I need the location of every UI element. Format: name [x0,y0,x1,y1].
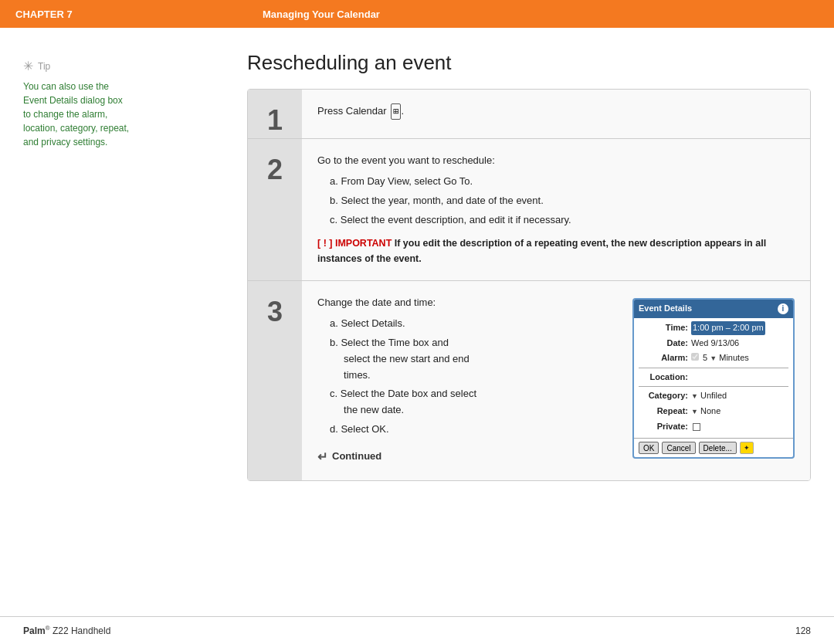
dialog-body: Time: 1:00 pm – 2:00 pm Date: Wed 9/13/0… [634,318,793,438]
palm-icon-button[interactable]: ✦ [740,442,754,454]
dialog-repeat-row: Repeat: ▼ None [639,405,788,419]
main-content: Rescheduling an event 1 Press Calendar ⊞… [247,51,811,601]
tip-text: You can also use the Event Details dialo… [23,80,232,149]
continued-arrow-icon: ↵ [317,447,327,467]
step-1-number-col: 1 [248,90,302,138]
dialog-alarm-dropdown: ▼ [710,354,717,362]
tip-star-icon: ✳ [23,59,33,73]
dialog-delete-button[interactable]: Delete... [699,442,737,454]
dialog-repeat-value: ▼ None [691,405,720,419]
page-number: 128 [795,625,811,636]
sidebar: ✳ Tip You can also use the Event Details… [23,51,247,601]
dialog-date-row: Date: Wed 9/13/06 [639,337,788,351]
continued: ↵ Continued [317,447,614,467]
dialog-date-value: Wed 9/13/06 [691,337,739,351]
step3-inner: Change the date and time: a. Select Deta… [317,295,795,466]
event-details-dialog: Event Details i Time: 1:00 pm – 2:00 pm [632,298,795,459]
step-3-b: b. Select the Time box and select the ne… [330,335,614,383]
steps-container: 1 Press Calendar ⊞. 2 Go to the event yo… [247,89,811,481]
dialog-title: Event Details [639,302,692,316]
important-box: [ ! ] IMPORTANT If you edit the descript… [317,236,795,266]
tip-label: Tip [38,61,50,72]
dialog-location-row: Location: [639,371,788,385]
step-3: 3 Change the date and time: a. Select De… [248,281,810,480]
tip-header: ✳ Tip [23,59,232,73]
dialog-footer: OK Cancel Delete... ✦ [634,438,793,457]
step-2-a: a. From Day View, select Go To. [330,174,795,190]
header-title: Managing Your Calendar [263,8,380,20]
continued-label: Continued [332,449,381,465]
step-3-d: d. Select OK. [330,422,614,438]
page-footer: Palm® Z22 Handheld 128 [0,616,834,644]
dialog-private-row: Private: [639,420,788,434]
dialog-alarm-label: Alarm: [639,351,691,365]
dialog-category-row: Category: ▼ Unfiled [639,389,788,403]
step-3-content: Change the date and time: a. Select Deta… [302,281,810,480]
step-1-content: Press Calendar ⊞. [302,90,810,138]
step-2-content: Go to the event you want to reschedule: … [302,139,810,280]
step-1-text: Press Calendar ⊞. [317,103,795,120]
dialog-alarm-row: Alarm: 5 ▼ Minutes [639,351,788,365]
dialog-category-value: ▼ Unfiled [691,389,727,403]
step-2-number: 2 [267,156,283,184]
page-header: CHAPTER 7 Managing Your Calendar [0,0,834,28]
important-label: [ ! ] IMPORTANT [317,238,392,249]
step-2: 2 Go to the event you want to reschedule… [248,139,810,281]
step-1-number: 1 [267,107,283,134]
model-name: Z22 Handheld [53,625,110,636]
dialog-title-bar: Event Details i [634,300,793,318]
step-2-number-col: 2 [248,139,302,280]
dialog-date-label: Date: [639,337,691,351]
dialog-cancel-button[interactable]: Cancel [662,442,695,454]
brand-name: Palm [23,625,46,636]
dialog-info-icon: i [778,303,788,314]
dialog-alarm-checkbox [691,351,700,365]
dialog-private-label: Private: [639,420,691,434]
dialog-category-label: Category: [639,389,691,403]
dialog-time-label: Time: [639,321,691,335]
step-3-number: 3 [267,298,283,326]
chapter-label: CHAPTER 7 [15,8,263,20]
dialog-time-row: Time: 1:00 pm – 2:00 pm [639,321,788,335]
step-2-c: c. Select the event description, and edi… [330,212,795,229]
event-dialog-container: Event Details i Time: 1:00 pm – 2:00 pm [632,295,795,466]
dialog-repeat-label: Repeat: [639,405,691,419]
dialog-time-value: 1:00 pm – 2:00 pm [691,321,765,335]
step-3-c: c. Select the Date box and select the ne… [330,386,614,419]
reg-symbol: ® [46,625,50,632]
step-2-b: b. Select the year, month, and date of t… [330,193,795,209]
step-3-a: a. Select Details. [330,316,614,332]
footer-brand: Palm® Z22 Handheld [23,625,110,636]
dialog-ok-button[interactable]: OK [639,442,659,454]
step3-left: Change the date and time: a. Select Deta… [317,295,614,466]
calendar-icon: ⊞ [391,103,401,120]
dialog-private-checkbox [691,420,700,434]
step-1: 1 Press Calendar ⊞. [248,90,810,139]
section-title: Rescheduling an event [247,51,811,75]
dialog-location-label: Location: [639,371,691,385]
step-3-number-col: 3 [248,281,302,480]
page-body: ✳ Tip You can also use the Event Details… [0,28,834,616]
step-3-intro: Change the date and time: [317,295,614,311]
step-2-intro: Go to the event you want to reschedule: [317,153,795,169]
dialog-alarm-value: 5 ▼ Minutes [700,351,749,365]
